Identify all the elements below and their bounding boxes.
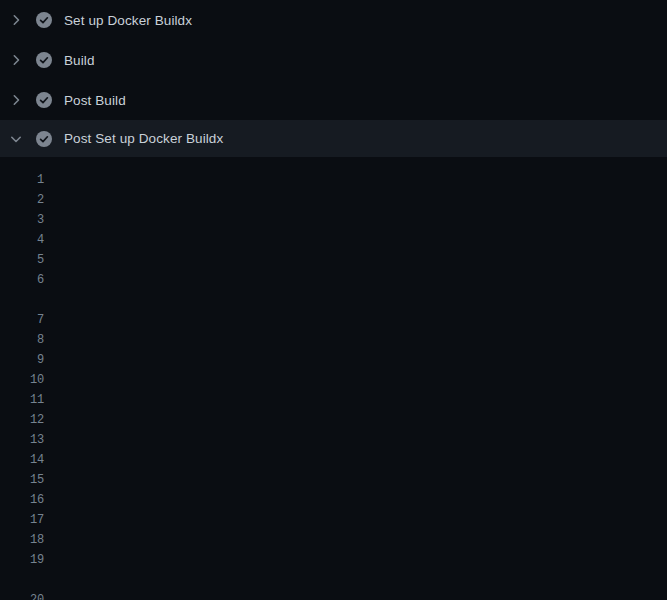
line-number[interactable]: 1 [0,170,44,190]
log-line-18: 18time="2021-04-23T18:02:38Z" level=debu… [0,530,667,550]
line-number[interactable]: 4 [0,230,44,250]
log-line-7: 7time="2021-04-23T18:02:37Z" level=warni… [0,310,667,330]
step-row-post-build[interactable]: Post Build [0,80,667,120]
log-line: application/vnd.oci.image.index.v1+json,… [0,570,667,590]
log-area: 1Post job cleanup. 2▼BuildKit container … [0,157,667,600]
line-number[interactable]: 11 [0,390,44,410]
chevron-icon [8,12,24,28]
check-circle-icon [36,12,52,28]
log-line-15: 15time="2021-04-23T18:02:38Z" level=debu… [0,470,667,490]
line-number[interactable]: 18 [0,530,44,550]
check-circle-icon [36,131,52,147]
log-line-17: 17time="2021-04-23T18:02:38Z" level=debu… [0,510,667,530]
step-label: Build [64,53,95,68]
log-line-8: 8time="2021-04-23T18:02:37Z" level=info … [0,330,667,350]
log-line-16: 16time="2021-04-23T18:02:38Z" level=debu… [0,490,667,510]
log-line-12: 12time="2021-04-23T18:02:38Z" level=debu… [0,410,667,430]
step-label: Set up Docker Buildx [64,13,192,28]
line-number[interactable]: 2 [0,190,44,210]
step-row-set-up-docker-buildx[interactable]: Set up Docker Buildx [0,0,667,40]
line-number[interactable]: 10 [0,370,44,390]
line-number[interactable]: 9 [0,350,44,370]
step-row-post-set-up-docker-buildx[interactable]: Post Set up Docker Buildx [0,120,667,157]
actions-log-viewer: { "colors": { "page_bg": "#0a0d12", "exp… [0,0,667,600]
log-line-2: 2▼BuildKit container logs [0,190,667,210]
log-line-1: 1Post job cleanup. [0,170,667,190]
check-circle-icon [36,92,52,108]
log-line-20: 20time="2021-04-23T18:02:38Z" level=debu… [0,590,667,600]
line-number[interactable]: 6 [0,270,44,290]
log-line-19: 19time="2021-04-23T18:02:38Z" level=debu… [0,550,667,570]
log-line-9: 9time="2021-04-23T18:02:37Z" level=warni… [0,350,667,370]
line-number[interactable]: 16 [0,490,44,510]
line-number[interactable]: 17 [0,510,44,530]
steps-list: Set up Docker Buildx Build [0,0,667,157]
line-number[interactable]: 20 [0,590,44,600]
step-row-build[interactable]: Build [0,40,667,80]
log-line: linux/riscv64 linux/ppc64le linux/s390x … [0,290,667,310]
chevron-icon [8,52,24,68]
log-line-14: 14time="2021-04-23T18:02:38Z" level=debu… [0,450,667,470]
chevron-icon [8,131,24,147]
log-line-3: 3/usr/bin/docker logs buildx_buildkit_bu… [0,210,667,230]
check-circle-icon [36,52,52,68]
line-number[interactable]: 19 [0,550,44,570]
log-line-5: 5time="2021-04-23T18:02:37Z" level=warni… [0,250,667,270]
line-number[interactable]: 8 [0,330,44,350]
log-line-6: 6time="2021-04-23T18:02:37Z" level=info … [0,270,667,290]
line-number[interactable]: 15 [0,470,44,490]
log-line-11: 11time="2021-04-23T18:02:38Z" level=debu… [0,390,667,410]
log-line-13: 13time="2021-04-23T18:02:38Z" level=debu… [0,430,667,450]
chevron-icon [8,92,24,108]
line-number[interactable]: 5 [0,250,44,270]
log-line-4: 4time="2021-04-23T18:02:37Z" level=info … [0,230,667,250]
line-number[interactable]: 7 [0,310,44,330]
line-number[interactable]: 12 [0,410,44,430]
line-number[interactable]: 3 [0,210,44,230]
step-label: Post Set up Docker Buildx [64,131,223,146]
line-number[interactable]: 14 [0,450,44,470]
step-label: Post Build [64,93,126,108]
line-number[interactable]: 13 [0,430,44,450]
log-line-10: 10time="2021-04-23T18:02:37Z" level=info… [0,370,667,390]
